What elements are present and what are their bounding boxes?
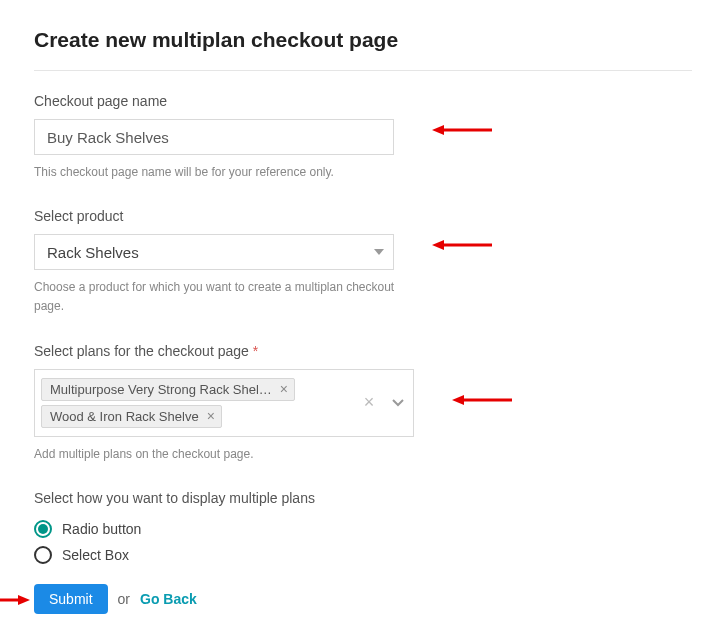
group-checkout-name: Checkout page name This checkout page na… bbox=[34, 93, 692, 182]
chip-label: Wood & Iron Rack Shelve bbox=[50, 409, 199, 424]
annotation-arrow bbox=[0, 593, 30, 607]
multiselect-controls: × bbox=[357, 370, 413, 436]
label-plans-text: Select plans for the checkout page bbox=[34, 343, 249, 359]
actions-row: Submit or Go Back bbox=[34, 584, 692, 614]
divider bbox=[34, 70, 692, 71]
label-checkout-name: Checkout page name bbox=[34, 93, 692, 109]
chip-label: Multipurpose Very Strong Rack Shel… bbox=[50, 382, 272, 397]
label-display: Select how you want to display multiple … bbox=[34, 490, 692, 506]
radio-option-radio-button[interactable]: Radio button bbox=[34, 520, 692, 538]
help-product: Choose a product for which you want to c… bbox=[34, 278, 424, 316]
select-product-value: Rack Shelves bbox=[47, 244, 139, 261]
or-text: or bbox=[118, 591, 130, 607]
radio-icon-selected bbox=[34, 520, 52, 538]
svg-marker-4 bbox=[432, 240, 444, 250]
annotation-arrow bbox=[432, 238, 492, 252]
label-plans: Select plans for the checkout page * bbox=[34, 343, 692, 359]
clear-all-icon[interactable]: × bbox=[356, 392, 383, 413]
go-back-link[interactable]: Go Back bbox=[140, 591, 197, 607]
group-plans: Select plans for the checkout page * Mul… bbox=[34, 343, 692, 464]
input-checkout-name[interactable] bbox=[34, 119, 394, 155]
close-icon[interactable]: × bbox=[280, 382, 288, 396]
page-title: Create new multiplan checkout page bbox=[34, 28, 692, 70]
svg-marker-6 bbox=[452, 395, 464, 405]
select-product[interactable]: Rack Shelves bbox=[34, 234, 394, 270]
chip-plan[interactable]: Multipurpose Very Strong Rack Shel… × bbox=[41, 378, 295, 401]
label-product: Select product bbox=[34, 208, 692, 224]
svg-marker-8 bbox=[18, 595, 30, 605]
radio-label: Radio button bbox=[62, 521, 141, 537]
radio-icon bbox=[34, 546, 52, 564]
group-product: Select product Rack Shelves Choose a pro… bbox=[34, 208, 692, 316]
close-icon[interactable]: × bbox=[207, 409, 215, 423]
chip-plan[interactable]: Wood & Iron Rack Shelve × bbox=[41, 405, 222, 428]
annotation-arrow bbox=[452, 393, 512, 407]
help-plans: Add multiple plans on the checkout page. bbox=[34, 445, 424, 464]
group-display: Select how you want to display multiple … bbox=[34, 490, 692, 564]
submit-button[interactable]: Submit bbox=[34, 584, 108, 614]
annotation-arrow bbox=[432, 123, 492, 137]
help-checkout-name: This checkout page name will be for your… bbox=[34, 163, 424, 182]
multiselect-plans[interactable]: Multipurpose Very Strong Rack Shel… × Wo… bbox=[34, 369, 414, 437]
radio-option-select-box[interactable]: Select Box bbox=[34, 546, 692, 564]
required-asterisk: * bbox=[253, 343, 258, 359]
svg-marker-1 bbox=[432, 125, 444, 135]
radio-label: Select Box bbox=[62, 547, 129, 563]
chevron-down-icon[interactable] bbox=[382, 399, 414, 407]
